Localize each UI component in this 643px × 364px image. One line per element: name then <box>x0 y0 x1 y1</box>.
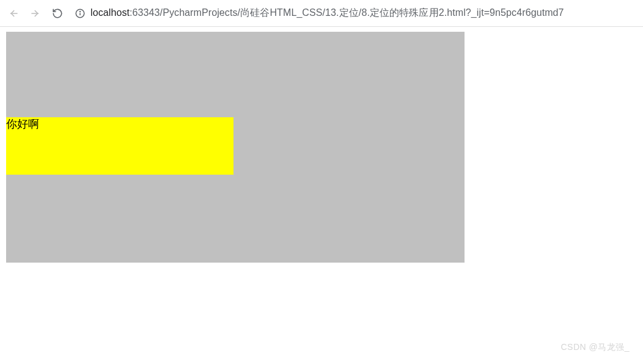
address-bar[interactable]: localhost:63343/PycharmProjects/尚硅谷HTML_… <box>72 4 637 23</box>
url-host: localhost <box>90 7 130 18</box>
outer-box: 你好啊 <box>6 32 465 263</box>
info-icon <box>75 8 86 19</box>
url-port: :63343 <box>130 7 160 18</box>
arrow-right-icon <box>30 8 41 19</box>
inner-box: 你好啊 <box>6 117 233 175</box>
back-button[interactable] <box>6 6 21 21</box>
watermark: CSDN @马龙强_ <box>560 342 630 353</box>
browser-toolbar: localhost:63343/PycharmProjects/尚硅谷HTML_… <box>0 0 643 27</box>
svg-point-4 <box>80 11 81 12</box>
reload-icon <box>52 8 63 19</box>
forward-button[interactable] <box>28 6 43 21</box>
url-path: /PycharmProjects/尚硅谷HTML_CSS/13.定位/8.定位的… <box>160 7 564 18</box>
inner-box-text: 你好啊 <box>6 118 39 130</box>
arrow-left-icon <box>8 8 19 19</box>
url-text: localhost:63343/PycharmProjects/尚硅谷HTML_… <box>90 7 564 20</box>
reload-button[interactable] <box>50 6 65 21</box>
page-content: 你好啊 <box>0 27 643 268</box>
